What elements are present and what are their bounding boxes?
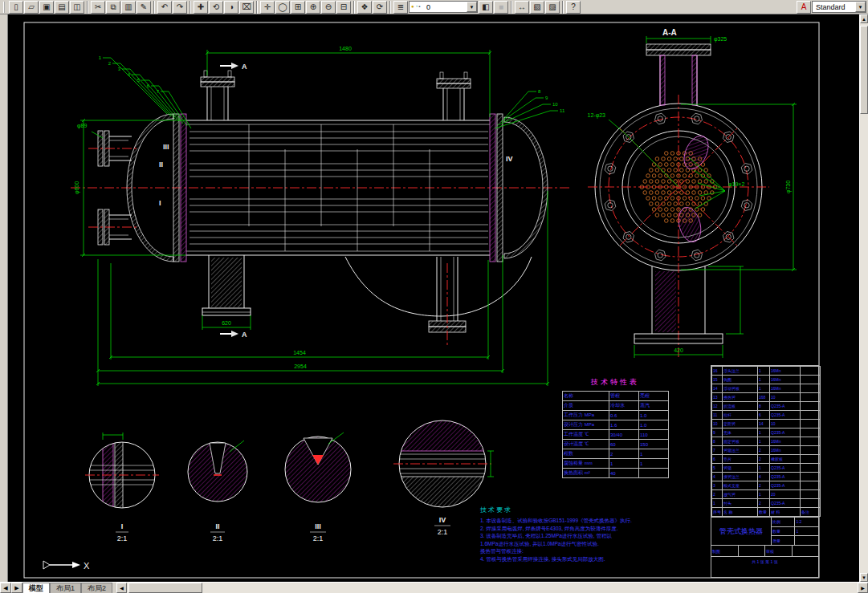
workspace: A A III II I IV 1234567 891011 — [0, 14, 868, 582]
detail-iv-scale: 2:1 — [438, 528, 448, 536]
parts-list-header: 序号名 称数量材 料备注 — [712, 508, 821, 517]
dim-tube-size: φ19×2 — [728, 181, 744, 188]
tech-table-row: 名称管程壳程 — [563, 392, 669, 401]
title-block-sig-cell: 制图 — [711, 546, 739, 556]
zoom-realtime-button[interactable]: ◯ — [275, 1, 290, 14]
section-mark-bottom: A — [242, 331, 247, 339]
title-block-info-row: 比例1:2 — [772, 518, 818, 527]
zoom-previous-button[interactable]: ⊟ — [336, 1, 351, 14]
help-button[interactable]: ? — [566, 1, 581, 14]
parts-list-row: 14浮动管板116Mn — [712, 384, 821, 393]
tab-model[interactable]: 模型 — [22, 583, 50, 593]
open-button[interactable]: ▱ — [24, 1, 39, 14]
erase-button[interactable]: ⌧ — [239, 1, 254, 14]
title-block-info-row: 质量 — [772, 536, 818, 545]
tab-scroll-right-button[interactable]: ▶ — [11, 583, 22, 593]
tab-layout1[interactable]: 布局1 — [50, 583, 81, 593]
horizontal-scrollbar[interactable]: ◀ ▶ — [116, 583, 868, 593]
zoom-in-button[interactable]: ⊕ — [306, 1, 320, 14]
tab-layout2[interactable]: 布局2 — [81, 583, 112, 593]
list-button[interactable]: ▨ — [545, 1, 560, 14]
svg-text:9: 9 — [545, 95, 548, 100]
style-combo[interactable]: Standard▼ — [812, 1, 866, 13]
vscroll-track[interactable] — [860, 23, 868, 573]
dim-saddle: 620 — [222, 320, 231, 326]
layers-button[interactable]: ≣ — [393, 1, 408, 14]
mirror-button[interactable]: ◑ — [224, 1, 238, 14]
scroll-down-button[interactable]: ▼ — [860, 573, 868, 582]
detail-marker-iii: III — [163, 143, 169, 151]
match-properties-button[interactable]: ✎ — [137, 1, 151, 14]
vscroll-thumb[interactable] — [860, 26, 868, 114]
undo-button[interactable]: ↶ — [157, 1, 172, 14]
text-style-button[interactable]: A — [797, 1, 811, 14]
title-block-sig-cell: 审核 — [765, 546, 793, 556]
parts-list-row: 1封头2Q235-A — [712, 499, 821, 508]
toolbar-separator — [353, 1, 355, 14]
detail-views: I 2:1 II 2:1 III — [85, 419, 494, 542]
vertical-scrollbar[interactable]: ▲ ▼ — [859, 14, 868, 582]
parts-list-row: 12折流板8Q235-A — [712, 402, 821, 411]
section-arrow-bottom — [231, 331, 238, 337]
toolbar-separator — [389, 1, 391, 14]
tech-note-line: 3. 设备制造完毕后, 壳程以1.25MPa进行水压试验, 管程以 — [480, 532, 721, 540]
new-button[interactable]: ▯ — [9, 1, 23, 14]
area-button[interactable]: ▧ — [530, 1, 544, 14]
parts-list-row: 7管箱法兰216Mn — [712, 446, 821, 455]
tech-note-line: 1.6MPa进行水压试验, 并以1.0MPa进行气密性试验. — [480, 540, 721, 548]
layer-previous-button[interactable]: ◧ — [479, 1, 493, 14]
tech-notes: 技术要求 1. 本设备制造、试验和验收按GB151-1999《管壳式换热器》执行… — [480, 506, 721, 563]
scroll-right-button[interactable]: ▶ — [858, 583, 868, 593]
layer-lock-icon: ▪ — [418, 2, 420, 12]
tech-note-line: 换热管与管板连接: — [480, 547, 721, 555]
move-button[interactable]: ✚ — [194, 1, 208, 14]
detail-iii-scale: 2:1 — [313, 534, 324, 542]
scroll-left-button[interactable]: ◀ — [116, 583, 127, 593]
layer-combo-dropdown-button[interactable]: ▼ — [467, 2, 477, 12]
title-block: 16浮头法兰116Mn15钩圈116Mn14浮动管板116Mn13换热管1681… — [711, 365, 819, 578]
detail-marker-iv: IV — [506, 155, 513, 163]
parts-list-row: 10定距管1410 — [712, 420, 821, 429]
parts-list-row: 3鞍式支座2Q235-A — [712, 481, 821, 490]
print-button[interactable]: ▤ — [55, 1, 69, 14]
tech-table-row: 介质冷却水蒸汽 — [563, 401, 669, 411]
toolbar-grip[interactable] — [3, 2, 6, 13]
tech-table-row: 设计温度 ℃60150 — [563, 440, 669, 449]
distance-button[interactable]: ↔ — [515, 1, 529, 14]
detail-ii-scale: 2:1 — [213, 534, 223, 542]
pan-button[interactable]: ✛ — [260, 1, 275, 14]
layout-tabs: 模型布局1布局2 — [22, 583, 112, 593]
cut-button[interactable]: ✂ — [91, 1, 105, 14]
tab-scroll-left-button[interactable]: ◀ — [0, 583, 11, 593]
print-preview-button[interactable]: ◫ — [70, 1, 84, 14]
hscroll-thumb[interactable] — [128, 583, 202, 593]
detail-i-label: I — [121, 522, 124, 530]
drawing-canvas[interactable]: A A III II I IV 1234567 891011 — [8, 14, 859, 582]
parts-list-row: 15钩圈116Mn — [712, 376, 821, 384]
redraw-button[interactable]: ❖ — [357, 1, 372, 14]
scroll-up-button[interactable]: ▲ — [860, 14, 868, 23]
zoom-window-button[interactable]: ⊞ — [291, 1, 305, 14]
copy-button[interactable]: ⧉ — [106, 1, 120, 14]
parts-list-row: 6垫片2橡胶板 — [712, 455, 821, 464]
layer-combo[interactable]: ●◔▪■0▼ — [409, 1, 478, 13]
tech-table-row: 程数21 — [563, 449, 669, 459]
rotate-button[interactable]: ⟲ — [209, 1, 223, 14]
main-view: A A III II I IV 1234567 891011 — [71, 46, 570, 386]
save-button[interactable]: ▣ — [39, 1, 54, 14]
detail-i-scale: 2:1 — [117, 534, 128, 542]
style-combo-dropdown-button[interactable]: ▼ — [855, 2, 866, 12]
paste-button[interactable]: ▥ — [121, 1, 136, 14]
redo-button[interactable]: ↷ — [173, 1, 187, 14]
regen-button[interactable]: ⟳ — [373, 1, 387, 14]
tech-note-line: 4. 管板与换热管采用焊接连接, 接头形式见局部放大图. — [480, 555, 721, 563]
color-control-button[interactable]: ■ — [494, 1, 508, 14]
tech-table-row: 腐蚀裕量 mm11 — [563, 459, 669, 469]
zoom-out-button[interactable]: ⊖ — [321, 1, 336, 14]
dim-base-width: 420 — [674, 347, 683, 353]
toolbar-separator — [511, 1, 512, 14]
title-block-sig-cell — [739, 546, 766, 556]
style-combo-value: Standard — [816, 3, 846, 11]
bottom-bar: ◀▶ 模型布局1布局2 ◀ ▶ — [0, 582, 868, 593]
hscroll-track[interactable] — [127, 583, 858, 593]
